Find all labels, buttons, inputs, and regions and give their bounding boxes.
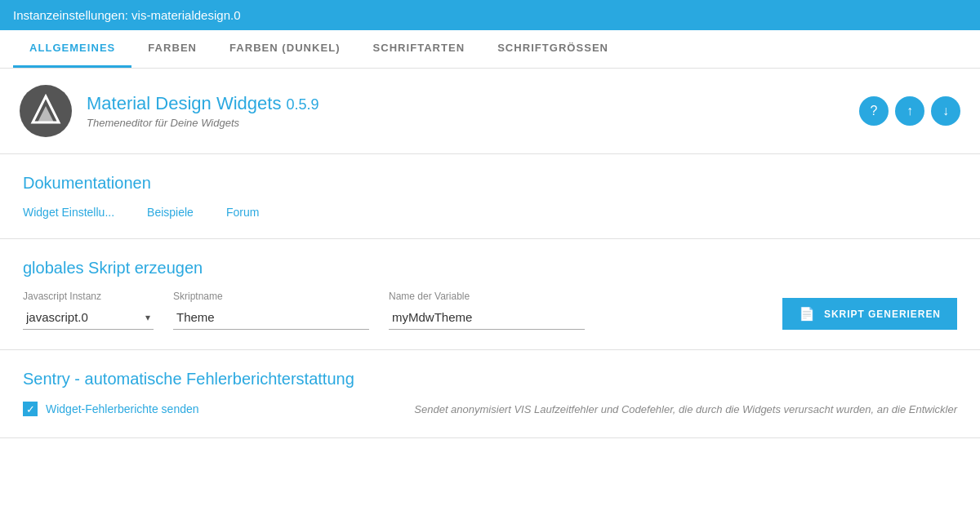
doc-link-widget[interactable]: Widget Einstellu...: [23, 206, 114, 219]
tab-schriftgroessen[interactable]: SCHRIFTGRÖSSEN: [481, 30, 625, 68]
scriptname-field: Skriptname: [173, 291, 369, 330]
instance-field: Javascript Instanz javascript.0 ▾: [23, 291, 154, 330]
documentation-title: Dokumentationen: [23, 174, 957, 193]
sentry-checkbox-text: Widget-Fehlerberichte senden: [46, 402, 199, 415]
app-title: Material Design Widgets 0.5.9: [87, 93, 319, 114]
scriptname-label: Skriptname: [173, 291, 369, 302]
app-subtitle: Themeneditor für Deine Widgets: [87, 117, 319, 129]
generate-script-button[interactable]: 📄 SKRIPT GENERIEREN: [782, 298, 957, 330]
sentry-section: Sentry - automatische Fehlerberichtersta…: [0, 350, 980, 438]
instance-label: Javascript Instanz: [23, 291, 154, 302]
generate-label: SKRIPT GENERIEREN: [824, 309, 941, 320]
tab-schriftarten[interactable]: SCHRIFTARTEN: [357, 30, 482, 68]
help-button[interactable]: ?: [859, 96, 889, 126]
upload-icon: ↑: [906, 104, 913, 118]
documentation-links: Widget Einstellu... Beispiele Forum: [23, 206, 957, 219]
tab-farben-dunkel[interactable]: FARBEN (DUNKEL): [213, 30, 356, 68]
sentry-description: Sendet anonymisiert VIS Laufzeitfehler u…: [232, 402, 957, 418]
tab-farben[interactable]: FARBEN: [131, 30, 213, 68]
sentry-title: Sentry - automatische Fehlerberichtersta…: [23, 370, 957, 389]
sentry-checkbox-label[interactable]: Widget-Fehlerberichte senden: [23, 402, 199, 416]
app-logo: [20, 85, 72, 137]
help-icon: ?: [871, 104, 878, 118]
variable-input[interactable]: [389, 305, 585, 330]
header-section: Material Design Widgets 0.5.9 Themenedit…: [0, 69, 980, 154]
script-title: globales Skript erzeugen: [23, 259, 957, 278]
file-icon: 📄: [799, 306, 816, 322]
script-form: Javascript Instanz javascript.0 ▾ Skript…: [23, 291, 957, 330]
top-bar-title: Instanzeinstellungen: vis-materialdesign…: [13, 8, 241, 22]
top-bar: Instanzeinstellungen: vis-materialdesign…: [0, 0, 980, 30]
sentry-row: Widget-Fehlerberichte senden Sendet anon…: [23, 402, 957, 418]
download-button[interactable]: ↓: [931, 96, 960, 126]
variable-label: Name der Variable: [389, 291, 585, 302]
doc-link-forum[interactable]: Forum: [226, 206, 259, 219]
scriptname-input[interactable]: [173, 305, 369, 330]
instance-select[interactable]: javascript.0: [23, 305, 154, 330]
download-icon: ↓: [942, 104, 949, 118]
logo-svg: [28, 93, 64, 129]
instance-select-wrapper: javascript.0 ▾: [23, 305, 154, 330]
header-left: Material Design Widgets 0.5.9 Themenedit…: [20, 85, 319, 137]
tab-allgemeines[interactable]: ALLGEMEINES: [13, 30, 131, 68]
documentation-section: Dokumentationen Widget Einstellu... Beis…: [0, 154, 980, 239]
header-icons: ? ↑ ↓: [859, 96, 960, 126]
custom-checkbox: [23, 402, 38, 416]
variable-field: Name der Variable: [389, 291, 585, 330]
tab-navigation: ALLGEMEINES FARBEN FARBEN (DUNKEL) SCHRI…: [0, 30, 980, 69]
doc-link-beispiele[interactable]: Beispiele: [147, 206, 194, 219]
script-section: globales Skript erzeugen Javascript Inst…: [0, 239, 980, 350]
upload-button[interactable]: ↑: [895, 96, 924, 126]
header-text: Material Design Widgets 0.5.9 Themenedit…: [87, 93, 319, 129]
